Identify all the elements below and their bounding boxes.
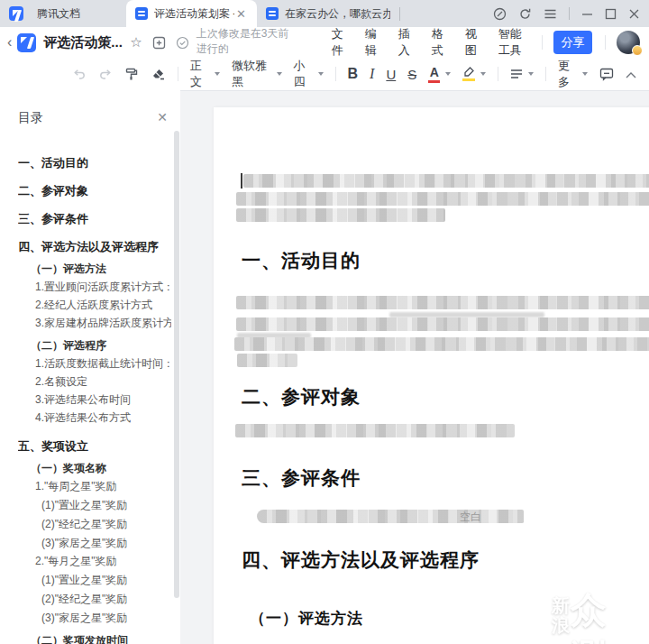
- tab-article[interactable]: 在家云办公，哪款云办: [257, 0, 399, 27]
- tab-title: 评选活动策划案 -: [154, 6, 234, 22]
- tab-tencent-docs-home[interactable]: 腾讯文档: [0, 0, 126, 27]
- toc-item[interactable]: 2."每月之星"奖励: [35, 555, 171, 568]
- toc-item[interactable]: (1)"置业之星"奖励: [41, 574, 171, 587]
- move-to-folder-icon[interactable]: [152, 36, 166, 50]
- doc-heading-2: 二、参评对象: [242, 384, 361, 409]
- share-button[interactable]: 分享: [553, 31, 593, 54]
- chevron-down-icon: [582, 72, 588, 76]
- menu-item[interactable]: 编辑: [365, 26, 380, 59]
- toc-item[interactable]: 2.经纪人活跃度累计方式: [35, 299, 171, 312]
- redacted-text-line: [234, 337, 649, 351]
- toc-item[interactable]: (1)"置业之星"奖励: [41, 499, 171, 512]
- separator: [178, 67, 178, 81]
- redacted-text-line: [236, 208, 445, 222]
- toc-item[interactable]: （二）评选程序: [31, 339, 171, 353]
- font-family-value: 微软雅黑: [232, 58, 271, 90]
- toc-item[interactable]: 3.评选结果公布时间: [35, 393, 171, 407]
- sidebar-scrollbar-thumb[interactable]: [174, 131, 179, 598]
- toc-item[interactable]: 1.置业顾问活跃度累计方式：: [35, 281, 171, 294]
- bold-button[interactable]: B: [347, 63, 358, 85]
- format-painter-button[interactable]: [124, 63, 139, 85]
- separator: [545, 67, 546, 81]
- tab-title: 在家云办公，哪款云办: [285, 6, 390, 22]
- alignment-dropdown[interactable]: [510, 69, 534, 79]
- paragraph-style-dropdown[interactable]: 正文: [190, 58, 220, 90]
- toc-item[interactable]: 3.家居建材品牌活跃度累计方式: [35, 317, 171, 330]
- collapse-toolbar-button[interactable]: [626, 66, 649, 82]
- tab-document-active[interactable]: 评选活动策划案 - ✕: [126, 0, 257, 27]
- separator: [605, 35, 606, 50]
- toc-close-icon[interactable]: ✕: [157, 110, 168, 124]
- toc-item[interactable]: 一、活动目的: [18, 156, 171, 170]
- toc-item[interactable]: (2)"经纪之星"奖励: [41, 518, 171, 531]
- browser-tab-bar: 腾讯文档 评选活动策划案 - ✕ 在家云办公，哪款云办: [0, 0, 649, 27]
- clear-format-eraser-button[interactable]: [151, 63, 166, 85]
- font-size-value: 小四: [294, 58, 313, 90]
- browser-controls: [493, 0, 649, 27]
- toc-item[interactable]: 五、奖项设立: [18, 439, 171, 453]
- toc-item[interactable]: 2.名额设定: [35, 375, 171, 389]
- toc-item[interactable]: 二、参评对象: [18, 184, 171, 198]
- font-family-dropdown[interactable]: 微软雅黑: [232, 58, 282, 90]
- italic-button[interactable]: I: [370, 63, 374, 85]
- toc-item[interactable]: (3)"家居之星"奖励: [41, 537, 171, 550]
- highlight-color-button[interactable]: [462, 67, 486, 81]
- menu-item[interactable]: 格式: [432, 26, 447, 59]
- back-icon[interactable]: ‹: [7, 34, 12, 51]
- chevron-down-icon: [445, 72, 451, 76]
- font-size-dropdown[interactable]: 小四: [294, 58, 324, 90]
- redacted-text-line: [237, 354, 297, 367]
- toc-item[interactable]: （一）评选方法: [31, 262, 171, 276]
- toc-item[interactable]: 1."每周之星"奖励: [35, 480, 171, 493]
- toc-item[interactable]: （一）奖项名称: [31, 462, 171, 475]
- tab-title: 腾讯文档: [37, 6, 80, 22]
- document-title[interactable]: 评选活动策...: [43, 34, 121, 51]
- paragraph-style-value: 正文: [190, 58, 209, 90]
- app-window: 腾讯文档 评选活动策划案 - ✕ 在家云办公，哪款云办: [0, 0, 649, 644]
- toc-title: 目录: [18, 110, 43, 126]
- chevron-down-icon: [215, 72, 220, 76]
- comment-button[interactable]: [599, 63, 614, 85]
- close-window-button[interactable]: [628, 8, 640, 20]
- chevron-down-icon: [528, 72, 534, 76]
- minimize-button[interactable]: [581, 8, 593, 20]
- toc-item[interactable]: 三、参评条件: [18, 212, 171, 225]
- toc-item[interactable]: (2)"经纪之星"奖励: [41, 593, 171, 606]
- font-color-button[interactable]: A: [428, 66, 451, 83]
- strikethrough-button[interactable]: S: [407, 63, 416, 85]
- menu-item[interactable]: 视图: [465, 26, 480, 59]
- maximize-button[interactable]: [605, 8, 617, 20]
- last-modified-status[interactable]: 上次修改是在3天前进行的: [197, 26, 294, 59]
- highlight-pen-icon: [462, 67, 475, 77]
- refresh-icon[interactable]: [518, 7, 532, 21]
- document-title-bar: ‹ 评选活动策... ☆ 上次修改是在3天前进行的 文件编辑插入格式视图智能工具…: [0, 27, 649, 58]
- redacted-text-line: [243, 174, 649, 188]
- menu-item[interactable]: 智能工具: [498, 26, 529, 59]
- saved-check-icon: [176, 36, 189, 50]
- window-controls-separator: [569, 7, 570, 20]
- toc-list: 一、活动目的 二、参评对象 三、参评条件 四、评选方法以及评选程序 （一）评选方…: [0, 142, 171, 644]
- user-avatar[interactable]: [617, 31, 640, 54]
- visible-text-fragment: 空白: [460, 510, 481, 525]
- menu-item[interactable]: 插入: [398, 26, 414, 59]
- toc-item[interactable]: 1.活跃度数据截止统计时间：: [35, 357, 171, 371]
- doc-heading-3: 三、参评条件: [242, 465, 361, 491]
- toc-item[interactable]: （二）奖项发放时间: [31, 634, 171, 644]
- menu-item[interactable]: 文件: [332, 26, 347, 59]
- chevron-down-icon: [277, 72, 282, 76]
- speed-mode-icon[interactable]: [493, 7, 507, 21]
- more-tools-dropdown[interactable]: 更多: [558, 58, 588, 90]
- undo-button[interactable]: [72, 63, 87, 85]
- tab-close-icon[interactable]: ✕: [234, 6, 248, 22]
- redo-button[interactable]: [98, 63, 113, 85]
- tencent-docs-logo-icon: [9, 6, 23, 21]
- star-favorite-icon[interactable]: ☆: [130, 34, 142, 51]
- toc-item[interactable]: (3)"家居之星"奖励: [41, 612, 171, 625]
- underline-button[interactable]: U: [386, 63, 396, 85]
- toc-item[interactable]: 四、评选方法以及评选程序: [18, 240, 171, 253]
- document-icon: [135, 7, 148, 20]
- browser-menu-icon[interactable]: [544, 8, 557, 20]
- toc-item[interactable]: 4.评选结果公布方式: [35, 411, 171, 425]
- redacted-text-line: [236, 317, 649, 331]
- document-page[interactable]: 一、活动目的 二、参评对象 三、参评条件 空白 四、评选方法以及评选程序 （一）…: [214, 107, 649, 644]
